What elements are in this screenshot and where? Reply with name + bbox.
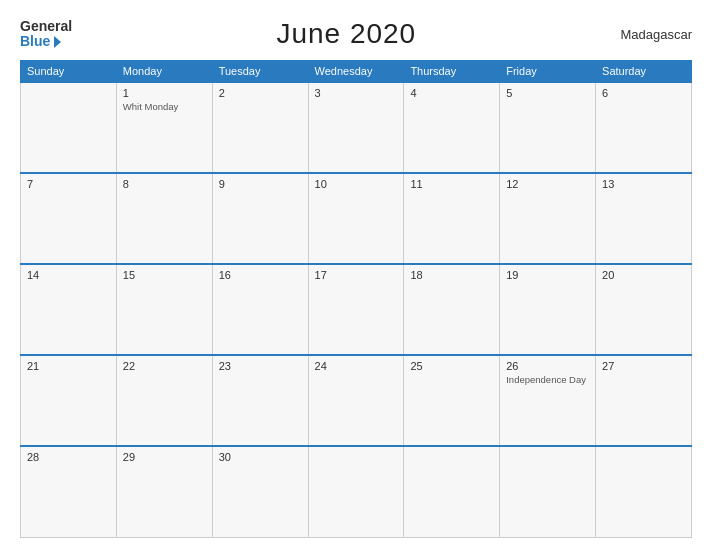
day-event: Whit Monday — [123, 101, 206, 112]
calendar-cell — [500, 446, 596, 537]
weekday-header-row: Sunday Monday Tuesday Wednesday Thursday… — [21, 61, 692, 83]
day-number: 2 — [219, 87, 302, 99]
calendar-week-row: 78910111213 — [21, 173, 692, 264]
calendar-cell: 28 — [21, 446, 117, 537]
calendar-cell — [21, 82, 117, 173]
day-number: 11 — [410, 178, 493, 190]
logo-triangle-icon — [54, 36, 61, 48]
logo: General Blue — [20, 19, 72, 50]
calendar-cell: 30 — [212, 446, 308, 537]
day-number: 28 — [27, 451, 110, 463]
day-number: 5 — [506, 87, 589, 99]
calendar-cell: 21 — [21, 355, 117, 446]
calendar-cell — [596, 446, 692, 537]
day-number: 23 — [219, 360, 302, 372]
header-sunday: Sunday — [21, 61, 117, 83]
day-number: 4 — [410, 87, 493, 99]
calendar-cell: 8 — [116, 173, 212, 264]
calendar-cell: 15 — [116, 264, 212, 355]
day-number: 29 — [123, 451, 206, 463]
calendar-cell: 14 — [21, 264, 117, 355]
calendar-table: Sunday Monday Tuesday Wednesday Thursday… — [20, 60, 692, 538]
day-number: 25 — [410, 360, 493, 372]
day-number: 21 — [27, 360, 110, 372]
logo-blue-text: Blue — [20, 34, 72, 49]
calendar-week-row: 282930 — [21, 446, 692, 537]
day-number: 15 — [123, 269, 206, 281]
country-label: Madagascar — [620, 27, 692, 42]
calendar-cell — [404, 446, 500, 537]
calendar-cell: 26Independence Day — [500, 355, 596, 446]
day-number: 19 — [506, 269, 589, 281]
calendar-week-row: 1Whit Monday23456 — [21, 82, 692, 173]
calendar-cell: 13 — [596, 173, 692, 264]
day-number: 20 — [602, 269, 685, 281]
day-number: 3 — [315, 87, 398, 99]
day-event: Independence Day — [506, 374, 589, 385]
day-number: 1 — [123, 87, 206, 99]
calendar-cell: 25 — [404, 355, 500, 446]
calendar-cell: 22 — [116, 355, 212, 446]
calendar-week-row: 212223242526Independence Day27 — [21, 355, 692, 446]
calendar-cell: 10 — [308, 173, 404, 264]
calendar-cell: 27 — [596, 355, 692, 446]
calendar-cell: 11 — [404, 173, 500, 264]
day-number: 8 — [123, 178, 206, 190]
day-number: 30 — [219, 451, 302, 463]
day-number: 9 — [219, 178, 302, 190]
day-number: 12 — [506, 178, 589, 190]
day-number: 10 — [315, 178, 398, 190]
header-wednesday: Wednesday — [308, 61, 404, 83]
calendar-cell: 19 — [500, 264, 596, 355]
day-number: 6 — [602, 87, 685, 99]
calendar-cell: 23 — [212, 355, 308, 446]
day-number: 14 — [27, 269, 110, 281]
calendar-cell: 1Whit Monday — [116, 82, 212, 173]
header-monday: Monday — [116, 61, 212, 83]
header-thursday: Thursday — [404, 61, 500, 83]
calendar-cell: 16 — [212, 264, 308, 355]
day-number: 13 — [602, 178, 685, 190]
day-number: 18 — [410, 269, 493, 281]
calendar-cell: 6 — [596, 82, 692, 173]
header-friday: Friday — [500, 61, 596, 83]
day-number: 17 — [315, 269, 398, 281]
calendar-cell: 12 — [500, 173, 596, 264]
day-number: 27 — [602, 360, 685, 372]
calendar-cell — [308, 446, 404, 537]
day-number: 16 — [219, 269, 302, 281]
calendar-cell: 9 — [212, 173, 308, 264]
calendar-cell: 3 — [308, 82, 404, 173]
header: General Blue June 2020 Madagascar — [20, 18, 692, 50]
calendar-page: General Blue June 2020 Madagascar Sunday… — [0, 0, 712, 550]
day-number: 24 — [315, 360, 398, 372]
calendar-cell: 2 — [212, 82, 308, 173]
calendar-cell: 5 — [500, 82, 596, 173]
calendar-cell: 17 — [308, 264, 404, 355]
day-number: 26 — [506, 360, 589, 372]
month-title: June 2020 — [276, 18, 416, 50]
day-number: 22 — [123, 360, 206, 372]
calendar-cell: 29 — [116, 446, 212, 537]
calendar-week-row: 14151617181920 — [21, 264, 692, 355]
day-number: 7 — [27, 178, 110, 190]
calendar-cell: 24 — [308, 355, 404, 446]
calendar-cell: 4 — [404, 82, 500, 173]
header-saturday: Saturday — [596, 61, 692, 83]
calendar-cell: 7 — [21, 173, 117, 264]
calendar-cell: 20 — [596, 264, 692, 355]
header-tuesday: Tuesday — [212, 61, 308, 83]
logo-general-text: General — [20, 19, 72, 34]
calendar-cell: 18 — [404, 264, 500, 355]
